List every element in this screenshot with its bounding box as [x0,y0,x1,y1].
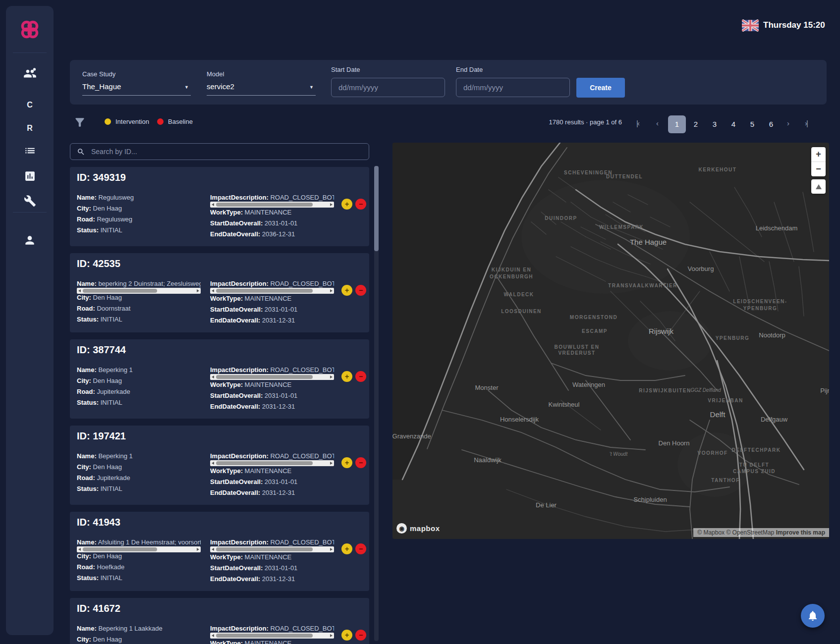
sidebar-item-tools[interactable] [6,192,54,210]
add-intervention-button[interactable]: + [341,543,352,554]
sidebar-item-reports[interactable] [6,167,54,185]
pagination-page-5[interactable]: 5 [743,115,761,133]
pagination-last-button[interactable]: ›| [805,119,807,127]
create-button[interactable]: Create [576,78,625,98]
scrollbar-thumb[interactable] [216,203,313,207]
scrollbar-thumb[interactable] [83,547,157,551]
scroll-right-arrow[interactable] [330,462,333,465]
sidebar-item-profile[interactable] [6,231,54,249]
result-card-197421[interactable]: ID: 197421Name: Beperking 1City: Den Haa… [70,426,369,505]
scrollbar-thumb[interactable] [216,634,313,638]
list-scrollbar-track[interactable] [374,166,379,641]
remove-baseline-button[interactable]: − [355,371,366,382]
pagination-first-button[interactable]: |‹ [636,119,639,127]
scrollbar-thumb[interactable] [216,547,313,551]
scroll-left-arrow[interactable] [212,548,214,551]
scroll-right-arrow[interactable] [330,548,333,551]
uk-flag-icon[interactable] [742,19,759,32]
scroll-left-arrow[interactable] [212,462,214,465]
horizontal-scrollbar[interactable] [210,374,334,380]
scroll-left-arrow[interactable] [212,634,214,637]
add-intervention-button[interactable]: + [341,285,352,296]
start-date-input[interactable] [331,78,445,97]
map-canvas[interactable]: SCHEVENINGENDUTTENDELKERKEHOUTDUINDORPWI… [392,143,829,539]
remove-baseline-button[interactable]: − [355,199,366,210]
horizontal-scrollbar[interactable] [77,288,201,294]
card-id-title: ID: 197421 [77,430,126,442]
scroll-left-arrow[interactable] [212,376,214,378]
card-worktype-field: WorkType: MAINTENANCE [210,640,334,644]
card-id-title: ID: 41943 [77,517,120,528]
pagination-page-2[interactable]: 2 [687,115,705,133]
end-date-input[interactable] [456,78,570,97]
add-intervention-button[interactable]: + [341,630,352,641]
horizontal-scrollbar[interactable] [210,288,334,294]
add-intervention-button[interactable]: + [341,371,352,382]
horizontal-scrollbar[interactable] [77,546,201,552]
result-card-42535[interactable]: ID: 42535Name: beperking 2 Duinstraat; Z… [70,253,369,332]
card-impact-field: ImpactDescription: ROAD_CLOSED_BOTH_WA [210,194,334,201]
scrollbar-thumb[interactable] [216,289,313,293]
mapbox-logo[interactable]: ◉ mapbox [396,523,440,534]
horizontal-scrollbar[interactable] [210,633,334,639]
scrollbar-thumb[interactable] [216,461,313,465]
pagination-page-3[interactable]: 3 [706,115,724,133]
horizontal-scrollbar[interactable] [210,460,334,466]
notifications-button[interactable] [801,604,825,628]
pagination-prev-button[interactable]: ‹ [656,119,658,127]
pagination-page-6[interactable]: 6 [762,115,780,133]
scroll-right-arrow[interactable] [330,634,333,637]
pagination-next-button[interactable]: › [787,119,788,127]
scroll-right-arrow[interactable] [197,289,199,292]
scroll-right-arrow[interactable] [330,203,333,206]
scroll-right-arrow[interactable] [197,548,199,551]
zoom-in-button[interactable]: + [811,147,826,161]
sidebar-item-user-management[interactable] [6,64,54,82]
legend-baseline: Baseline [157,118,193,125]
card-name-field: Name: Beperking 1 [77,366,201,374]
scroll-left-arrow[interactable] [78,548,81,551]
add-intervention-button[interactable]: + [341,457,352,468]
pagination-page-1[interactable]: 1 [668,115,686,133]
filter-funnel-button[interactable] [73,116,86,131]
remove-baseline-button[interactable]: − [355,285,366,296]
scroll-right-arrow[interactable] [330,376,333,378]
result-card-349319[interactable]: ID: 349319Name: ReguluswegCity: Den Haag… [70,167,369,246]
card-id-title: ID: 349319 [77,172,126,183]
result-card-387744[interactable]: ID: 387744Name: Beperking 1City: Den Haa… [70,339,369,419]
search-input[interactable] [90,147,369,156]
legend-baseline-label: Baseline [168,118,193,125]
result-card-41672[interactable]: ID: 41672Name: Beperking 1 LaakkadeCity:… [70,598,369,644]
add-intervention-button[interactable]: + [341,199,352,210]
card-name-field: Name: Beperking 1 [77,452,201,460]
remove-baseline-button[interactable]: − [355,457,366,468]
result-card-41943[interactable]: ID: 41943Name: Afsluiting 1 De Heemstraa… [70,512,369,591]
scrollbar-thumb[interactable] [216,375,313,379]
remove-baseline-button[interactable]: − [355,630,366,641]
scroll-left-arrow[interactable] [78,289,81,292]
scroll-left-arrow[interactable] [212,289,214,292]
remove-baseline-button[interactable]: − [355,543,366,554]
sidebar-item-c[interactable]: C [6,97,54,113]
case-study-value[interactable]: The_Hague [82,82,121,91]
model-value[interactable]: service2 [207,82,234,91]
chevron-down-icon[interactable]: ▼ [184,85,189,90]
mapbox-logo-icon: ◉ [396,523,407,534]
pagination-page-4[interactable]: 4 [725,115,742,133]
zoom-out-button[interactable]: − [811,161,826,176]
horizontal-scrollbar[interactable] [210,546,334,552]
sidebar-item-r[interactable]: R [6,120,54,136]
app-logo[interactable] [6,17,54,43]
card-impact-field: ImpactDescription: ROAD_CLOSED_BOTH_WA [210,280,334,287]
improve-map-link[interactable]: Improve this map [776,529,825,536]
scroll-right-arrow[interactable] [330,289,333,292]
chevron-down-icon[interactable]: ▼ [309,85,314,90]
compass-button[interactable] [811,179,826,194]
list-scrollbar-thumb[interactable] [374,166,379,251]
scroll-left-arrow[interactable] [212,203,214,206]
scrollbar-thumb[interactable] [83,289,157,293]
card-status-field: Status: INITIAL [77,316,201,323]
sidebar-item-list[interactable] [6,141,54,159]
attribution-credits[interactable]: © Mapbox © OpenStreetMap [697,529,776,536]
horizontal-scrollbar[interactable] [210,202,334,208]
